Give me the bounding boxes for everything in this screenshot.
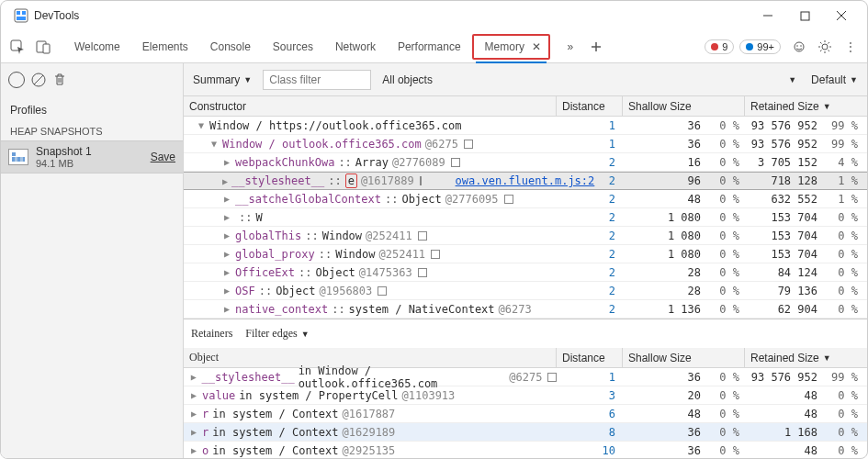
view-dropdown-label: Summary xyxy=(193,73,240,86)
svg-rect-10 xyxy=(43,44,50,53)
cell: 36 xyxy=(623,371,706,384)
objects-filter-dropdown[interactable]: All objects▼ xyxy=(378,72,800,88)
tab-sources[interactable]: Sources xyxy=(262,30,324,62)
close-tab-icon[interactable]: ✕ xyxy=(530,40,543,53)
col-distance[interactable]: Distance xyxy=(557,96,623,116)
table-row[interactable]: ▶__stylesheet__ :: e @1617889 owa.ven.fl… xyxy=(184,172,867,190)
expand-icon[interactable]: ▶ xyxy=(189,409,198,419)
filter-edges-dropdown[interactable]: Filter edges▼ xyxy=(242,325,312,342)
col-shallow[interactable]: Shallow Size xyxy=(623,96,745,116)
expand-icon[interactable]: ▶ xyxy=(222,194,231,204)
tab-network[interactable]: Network xyxy=(324,30,387,62)
col-retained[interactable]: Retained Size▼ xyxy=(745,348,867,367)
clear-icon[interactable] xyxy=(30,72,47,88)
cell: 0 % xyxy=(706,193,745,206)
element-icon[interactable] xyxy=(547,373,557,382)
info-badge[interactable]: 99+ xyxy=(739,39,781,54)
table-row[interactable]: ▶o in system / Context @292513510360 %48… xyxy=(184,442,867,459)
cell: 2 xyxy=(557,211,623,224)
col-retained[interactable]: Retained Size▼ xyxy=(745,96,867,116)
table-row[interactable]: ▶webpackChunkOwa :: Array @27760892160 %… xyxy=(184,153,867,172)
table-row[interactable]: ▶native_context :: system / NativeContex… xyxy=(184,300,867,319)
minimize-button[interactable] xyxy=(750,3,786,28)
table-row[interactable]: ▶OfficeExt :: Object @14753632280 %84 12… xyxy=(184,263,867,282)
cell: 0 % xyxy=(706,426,745,439)
delete-icon[interactable] xyxy=(52,73,67,87)
tab-welcome[interactable]: Welcome xyxy=(63,30,131,62)
expand-icon[interactable]: ▶ xyxy=(222,176,228,186)
expand-icon[interactable]: ▶ xyxy=(222,304,231,314)
view-dropdown[interactable]: Summary▼ xyxy=(189,72,255,88)
more-tabs-icon[interactable]: » xyxy=(558,34,583,60)
close-button[interactable] xyxy=(823,3,860,28)
expand-icon[interactable]: ▶ xyxy=(222,249,231,259)
col-shallow[interactable]: Shallow Size xyxy=(623,348,745,367)
cell: 718 128 xyxy=(745,174,823,187)
tab-performance[interactable]: Performance xyxy=(387,30,472,62)
expand-icon[interactable]: ▼ xyxy=(197,120,206,130)
sort-down-icon: ▼ xyxy=(823,102,831,111)
default-dropdown[interactable]: Default▼ xyxy=(807,72,862,88)
snapshot-item[interactable]: Snapshot 1 94.1 MB Save xyxy=(1,140,183,174)
element-icon[interactable] xyxy=(464,140,473,149)
settings-icon[interactable] xyxy=(812,34,838,60)
cell: 153 704 xyxy=(745,211,823,224)
expand-icon[interactable]: ▶ xyxy=(189,390,198,400)
error-badge[interactable]: 9 xyxy=(705,39,734,54)
table-row[interactable]: ▶globalThis :: Window @25241121 0800 %15… xyxy=(184,227,867,245)
element-icon[interactable] xyxy=(378,286,387,296)
svg-point-16 xyxy=(822,44,828,50)
device-toolbar-icon[interactable] xyxy=(30,34,56,60)
element-icon[interactable] xyxy=(451,158,460,167)
expand-icon[interactable]: ▶ xyxy=(222,285,231,296)
table-row[interactable]: ▼Window / outlook.office365.com @6275136… xyxy=(184,135,867,153)
element-icon[interactable] xyxy=(504,195,513,204)
expand-icon[interactable]: ▼ xyxy=(209,139,219,149)
element-icon[interactable] xyxy=(420,176,422,185)
expand-icon[interactable]: ▶ xyxy=(222,230,231,241)
table-row[interactable]: ▶__satchelGlobalContext :: Object @27760… xyxy=(184,190,867,208)
cell: 1 080 xyxy=(623,211,706,224)
expand-icon[interactable]: ▶ xyxy=(189,372,197,382)
inspect-icon[interactable] xyxy=(5,34,30,60)
cell: 93 576 952 xyxy=(745,119,823,132)
tab-elements[interactable]: Elements xyxy=(131,30,199,62)
maximize-button[interactable] xyxy=(786,3,823,28)
table-row[interactable]: ▶OSF :: Object @19568032280 %79 1360 % xyxy=(184,282,867,300)
cell: 0 % xyxy=(706,285,745,297)
table-row[interactable]: ▶__stylesheet__ in Window / outlook.offi… xyxy=(184,368,867,386)
expand-icon[interactable]: ▶ xyxy=(189,445,198,455)
table-row[interactable]: ▶r in system / Context @16291898360 %1 1… xyxy=(184,423,867,442)
error-count: 9 xyxy=(722,41,727,52)
svg-line-21 xyxy=(820,42,822,44)
more-icon[interactable]: ⋮ xyxy=(838,34,863,60)
element-icon[interactable] xyxy=(418,268,427,277)
col-constructor[interactable]: Constructor xyxy=(184,96,557,116)
feedback-icon[interactable] xyxy=(786,34,812,60)
tab-memory[interactable]: Memory✕ xyxy=(472,34,550,60)
tab-console[interactable]: Console xyxy=(199,30,262,62)
class-filter-input[interactable] xyxy=(263,70,371,90)
snapshot-save-link[interactable]: Save xyxy=(151,151,175,163)
element-icon[interactable] xyxy=(418,231,427,241)
add-tab-icon[interactable] xyxy=(583,34,609,60)
expand-icon[interactable]: ▶ xyxy=(222,212,231,222)
cell: 0 % xyxy=(706,119,745,132)
expand-icon[interactable]: ▶ xyxy=(222,267,231,277)
element-icon[interactable] xyxy=(431,250,440,259)
cell: 1 080 xyxy=(623,230,706,242)
table-row[interactable]: ▶r in system / Context @16178876480 %480… xyxy=(184,405,867,423)
devtools-logo-icon xyxy=(14,8,28,23)
panel-tabs: Welcome Elements Console Sources Network… xyxy=(63,30,705,62)
expand-icon[interactable]: ▶ xyxy=(222,157,231,167)
cell: 0 % xyxy=(823,444,867,457)
expand-icon[interactable]: ▶ xyxy=(189,427,198,437)
record-icon[interactable] xyxy=(8,72,25,88)
svg-rect-3 xyxy=(17,17,26,20)
col-distance[interactable]: Distance xyxy=(557,348,623,367)
svg-point-14 xyxy=(796,45,798,47)
table-row[interactable]: ▶global_proxy :: Window @25241121 0800 %… xyxy=(184,245,867,263)
table-row[interactable]: ▼Window / https://outlook.office365.com1… xyxy=(184,117,867,135)
table-row[interactable]: ▶value in system / PropertyCell @1103913… xyxy=(184,386,867,405)
table-row[interactable]: ▶ :: W21 0800 %153 7040 % xyxy=(184,208,867,227)
